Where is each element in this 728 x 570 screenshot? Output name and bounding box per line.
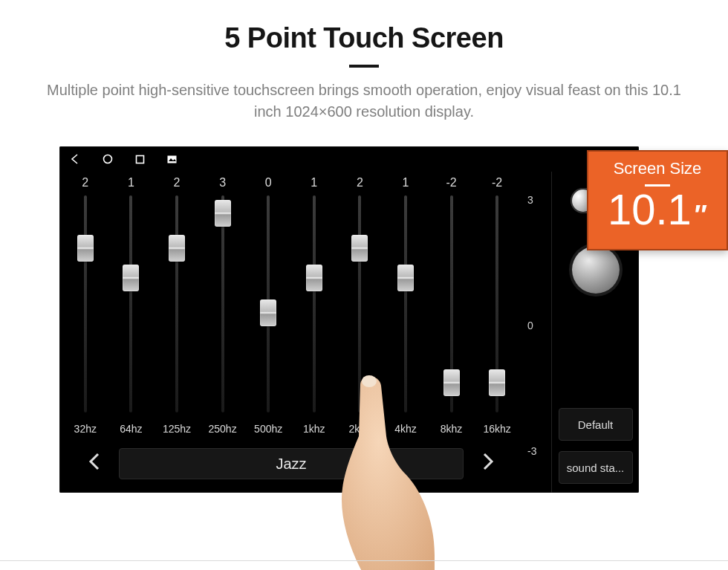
sound-stage-button[interactable]: sound sta... (559, 451, 633, 484)
preset-display[interactable]: Jazz (119, 448, 464, 479)
preset-prev-button[interactable] (85, 452, 104, 476)
page-subtitle: Multiple point high-sensitive touchscree… (37, 80, 691, 123)
eq-band: 11khz (295, 176, 334, 439)
eq-band-freq: 1khz (303, 423, 325, 439)
home-icon[interactable] (103, 154, 113, 164)
preset-bar: Jazz (62, 439, 520, 493)
eq-slider-knob[interactable] (169, 235, 185, 262)
eq-slider-knob[interactable] (397, 265, 414, 291)
eq-band-freq: 125hz (163, 423, 191, 439)
eq-slider[interactable] (84, 195, 87, 412)
badge-value: 10.1 (608, 188, 692, 231)
eq-slider-knob[interactable] (123, 265, 139, 291)
default-button[interactable]: Default (559, 408, 633, 441)
eq-band-value: 2 (82, 176, 88, 191)
badge-unit: ″ (695, 202, 707, 229)
android-statusbar (59, 146, 639, 172)
preset-next-button[interactable] (478, 452, 498, 476)
eq-band-value: 2 (357, 176, 363, 191)
eq-band: -28khz (432, 176, 471, 439)
badge-label: Screen Size (594, 159, 721, 178)
eq-band: 14khz (386, 176, 425, 439)
eq-band-value: 1 (311, 176, 317, 191)
screen-size-badge: Screen Size 10.1″ (587, 150, 728, 250)
scale-max: 3 (527, 194, 551, 206)
svg-point-0 (104, 155, 112, 163)
eq-band: 22khz (340, 176, 379, 439)
recents-icon[interactable] (135, 155, 145, 164)
eq-band-freq: 64hz (120, 423, 142, 439)
eq-slider-knob[interactable] (306, 265, 322, 291)
eq-band-value: 3 (219, 176, 226, 191)
eq-band-freq: 4khz (394, 423, 417, 439)
eq-band-value: 1 (128, 176, 134, 191)
eq-band-freq: 500hz (254, 423, 282, 439)
eq-band-value: 2 (174, 176, 181, 191)
back-icon[interactable] (70, 154, 80, 164)
eq-band-value: -2 (446, 176, 456, 191)
eq-band: 3250hz (204, 176, 242, 439)
device-area: 232hz164hz2125hz3250hz0500hz11khz22khz14… (59, 146, 669, 493)
eq-slider-knob[interactable] (215, 200, 231, 227)
eq-band-freq: 32hz (74, 423, 97, 439)
scale-mid: 0 (527, 320, 551, 331)
svg-rect-1 (137, 155, 144, 163)
eq-slider[interactable] (129, 195, 132, 412)
eq-band: 232hz (66, 176, 105, 439)
eq-slider[interactable] (404, 195, 407, 412)
eq-slider-knob[interactable] (351, 235, 368, 262)
eq-slider-knob[interactable] (260, 299, 276, 326)
scale-min: -3 (527, 445, 551, 457)
eq-slider-knob[interactable] (443, 369, 460, 396)
eq-band-freq: 8khz (441, 423, 463, 439)
image-icon[interactable] (167, 155, 177, 163)
page-title: 5 Point Touch Screen (0, 22, 728, 54)
eq-slider[interactable] (221, 195, 224, 412)
eq-band: 0500hz (249, 176, 287, 439)
eq-slider[interactable] (495, 195, 498, 412)
eq-slider-knob[interactable] (489, 369, 505, 396)
eq-slider[interactable] (175, 195, 178, 412)
eq-band-value: -2 (492, 176, 502, 191)
balance-knob[interactable] (572, 246, 620, 294)
eq-band-value: 1 (403, 176, 409, 191)
title-underline (349, 65, 379, 68)
eq-band: -216khz (478, 176, 516, 439)
eq-slider[interactable] (450, 195, 453, 412)
eq-slider[interactable] (313, 195, 316, 412)
eq-slider[interactable] (267, 195, 270, 412)
eq-band-value: 0 (265, 176, 272, 191)
eq-band: 164hz (111, 176, 150, 439)
eq-scale: 3 0 -3 (523, 172, 551, 493)
footer-divider (0, 560, 728, 561)
eq-band: 2125hz (157, 176, 196, 439)
eq-slider-knob[interactable] (77, 235, 94, 262)
eq-band-freq: 250hz (209, 423, 237, 439)
eq-band-freq: 16khz (483, 423, 510, 439)
eq-slider[interactable] (358, 195, 361, 412)
equalizer-panel: 232hz164hz2125hz3250hz0500hz11khz22khz14… (59, 172, 523, 493)
eq-band-freq: 2khz (349, 423, 371, 439)
device-screen: 232hz164hz2125hz3250hz0500hz11khz22khz14… (59, 146, 639, 493)
